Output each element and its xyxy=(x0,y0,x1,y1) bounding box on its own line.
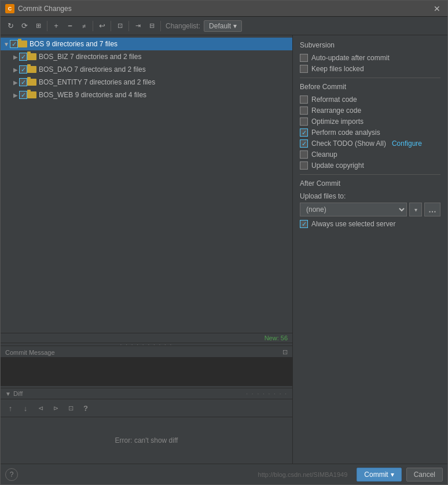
left-panel: ▼ ✓ BOS 9 directories and 7 files ▶ ✓ BO… xyxy=(1,35,293,464)
checkbox-auto-update[interactable] xyxy=(300,54,308,62)
commit-button[interactable]: Commit ▾ xyxy=(357,468,401,482)
folder-icon-bos-web xyxy=(27,91,36,98)
changelist-label: Changelist: xyxy=(166,22,200,30)
separator-4 xyxy=(128,21,129,31)
diff-collapse-icon[interactable]: ▼ xyxy=(5,391,11,397)
toolbar-more[interactable]: ⊟ xyxy=(145,20,158,32)
changelist-value: Default xyxy=(209,22,231,30)
commit-message-input[interactable] xyxy=(1,357,292,386)
checkbox-item-code-analysis: ✓ Perform code analysis xyxy=(300,128,440,137)
checkbox-code-analysis-label: Perform code analysis xyxy=(311,128,380,137)
tree-item-bos-biz[interactable]: ▶ ✓ BOS_BIZ 7 directories and 2 files xyxy=(1,50,292,63)
tree-item-bos-dao[interactable]: ▶ ✓ BOS_DAO 7 directories and 2 files xyxy=(1,63,292,76)
diff-section: ▼ Diff · · · · · · · · ↑ ↓ ⊲ ⊳ ⊡ ? Error… xyxy=(1,388,292,464)
folder-icon-bos-biz xyxy=(27,53,36,60)
checkbox-update-copyright[interactable] xyxy=(300,161,308,170)
checkbox-rearrange-label: Rearrange code xyxy=(311,106,361,115)
commit-message-header: Commit Message ⊡ xyxy=(1,346,292,357)
folder-icon-bos xyxy=(18,41,27,47)
diff-btn-next[interactable]: ⊳ xyxy=(49,402,62,414)
tree-item-bos-web[interactable]: ▶ ✓ BOS_WEB 9 directories and 4 files xyxy=(1,89,292,101)
toolbar-refresh[interactable]: ↻ xyxy=(4,20,17,32)
toolbar-move[interactable]: ⇥ xyxy=(131,20,144,32)
help-button[interactable]: ? xyxy=(5,468,18,481)
checkbox-reformat[interactable] xyxy=(300,95,308,104)
toolbar-remove[interactable]: − xyxy=(64,20,76,32)
diff-error-text: Error: can't show diff xyxy=(115,436,178,444)
divider-1 xyxy=(300,78,440,78)
toolbar-browse[interactable]: ⊞ xyxy=(32,20,45,32)
checkbox-keep-files[interactable] xyxy=(300,65,308,73)
commit-label: Commit xyxy=(364,471,388,479)
check-icon-code-analysis: ✓ xyxy=(302,130,307,136)
tree-item-bos[interactable]: ▼ ✓ BOS 9 directories and 7 files xyxy=(1,38,292,50)
file-tree: ▼ ✓ BOS 9 directories and 7 files ▶ ✓ BO… xyxy=(1,35,292,333)
diff-btn-prev[interactable]: ⊲ xyxy=(34,402,47,414)
checkbox-rearrange[interactable] xyxy=(300,106,308,115)
upload-label: Upload files to: xyxy=(300,192,440,200)
commit-changes-window: C Commit Changes ✕ ↻ ⟳ ⊞ + − ≠ ↩ ⊡ ⇥ ⊟ C… xyxy=(0,0,448,485)
upload-row: (none) ▾ … xyxy=(300,203,440,216)
diff-toolbar: ↑ ↓ ⊲ ⊳ ⊡ ? xyxy=(1,399,292,417)
separator-1 xyxy=(47,21,47,31)
upload-dropdown-button[interactable]: ▾ xyxy=(409,203,422,216)
checkbox-bos-web[interactable]: ✓ xyxy=(19,91,27,99)
upload-select[interactable]: (none) xyxy=(300,203,407,216)
diff-btn-help[interactable]: ? xyxy=(79,402,92,414)
title-bar: C Commit Changes ✕ xyxy=(1,1,447,17)
upload-more-button[interactable]: … xyxy=(424,203,440,216)
tree-arrow-bos-biz: ▶ xyxy=(12,53,19,60)
commit-message-label-text: Commit Message xyxy=(5,349,55,356)
diff-btn-down[interactable]: ↓ xyxy=(19,402,32,414)
checkbox-always-use-server-label: Always use selected server xyxy=(311,220,395,228)
toolbar-revert[interactable]: ↩ xyxy=(96,20,108,32)
checkbox-check-todo[interactable]: ✓ xyxy=(300,139,308,148)
checkbox-item-always-use-server: ✓ Always use selected server xyxy=(300,220,440,228)
folder-icon-bos-dao xyxy=(27,66,36,73)
checkbox-bos-dao[interactable]: ✓ xyxy=(19,65,27,74)
toolbar-add[interactable]: + xyxy=(50,20,63,32)
checkbox-bos-entity[interactable]: ✓ xyxy=(19,78,27,86)
checkbox-reformat-label: Reformat code xyxy=(311,95,357,104)
diff-btn-up[interactable]: ↑ xyxy=(4,402,17,414)
bottom-bar: ? http://blog.csdn.net/SIMBA1949 Commit … xyxy=(1,464,447,484)
separator-2 xyxy=(93,21,93,31)
tree-arrow-bos: ▼ xyxy=(3,41,10,47)
after-commit-section: After Commit Upload files to: (none) ▾ …… xyxy=(300,179,440,228)
toolbar-reload[interactable]: ⟳ xyxy=(18,20,31,32)
changelist-dropdown[interactable]: Default ▾ xyxy=(204,20,242,32)
toolbar: ↻ ⟳ ⊞ + − ≠ ↩ ⊡ ⇥ ⊟ Changelist: Default … xyxy=(1,17,447,35)
toolbar-compare[interactable]: ⊡ xyxy=(113,20,126,32)
checkbox-cleanup[interactable] xyxy=(300,150,308,159)
tree-label-bos: BOS 9 directories and 7 files xyxy=(30,40,117,48)
tree-label-bos-web: BOS_WEB 9 directories and 4 files xyxy=(39,91,146,99)
tree-arrow-bos-web: ▶ xyxy=(12,91,19,98)
checkbox-bos-biz[interactable]: ✓ xyxy=(19,53,27,61)
configure-link[interactable]: Configure xyxy=(392,139,422,148)
checkbox-optimize[interactable] xyxy=(300,117,308,126)
checkbox-always-use-server[interactable]: ✓ xyxy=(300,220,308,228)
tree-label-bos-dao: BOS_DAO 7 directories and 2 files xyxy=(39,65,146,74)
checkbox-item-cleanup: Cleanup xyxy=(300,150,440,159)
checkbox-item-update-copyright: Update copyright xyxy=(300,161,440,170)
check-icon-bos-biz: ✓ xyxy=(21,54,26,60)
checkbox-update-copyright-label: Update copyright xyxy=(311,161,364,170)
tree-item-bos-entity[interactable]: ▶ ✓ BOS_ENTITY 7 directories and 2 files xyxy=(1,76,292,89)
bottom-right: http://blog.csdn.net/SIMBA1949 Commit ▾ … xyxy=(258,468,443,482)
toolbar-diff[interactable]: ≠ xyxy=(78,20,90,32)
check-icon-bos: ✓ xyxy=(12,41,17,47)
diff-header: ▼ Diff · · · · · · · · xyxy=(1,388,292,399)
checkbox-auto-update-label: Auto-update after commit xyxy=(311,54,390,62)
checkbox-item-check-todo: ✓ Check TODO (Show All) Configure xyxy=(300,139,440,148)
checkbox-bos[interactable]: ✓ xyxy=(10,40,18,48)
check-icon-always-use-server: ✓ xyxy=(302,221,307,227)
commit-message-section: Commit Message ⊡ xyxy=(1,346,292,388)
cancel-button[interactable]: Cancel xyxy=(406,468,443,482)
tree-label-bos-entity: BOS_ENTITY 7 directories and 2 files xyxy=(39,78,155,86)
diff-btn-show[interactable]: ⊡ xyxy=(64,402,77,414)
checkbox-cleanup-label: Cleanup xyxy=(311,150,337,159)
checkbox-optimize-label: Optimize imports xyxy=(311,117,363,126)
close-button[interactable]: ✕ xyxy=(431,3,443,14)
checkbox-code-analysis[interactable]: ✓ xyxy=(300,128,308,137)
check-icon-check-todo: ✓ xyxy=(302,141,307,147)
